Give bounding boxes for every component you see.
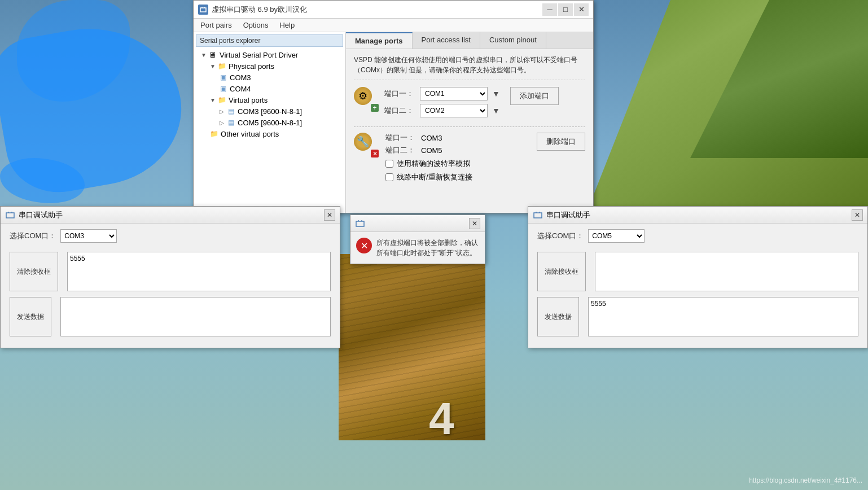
minimize-button[interactable]: ─ xyxy=(542,3,557,16)
right-monitor-title-left: 串口调试助手 xyxy=(533,210,590,220)
left-monitor-body: 选择COM口： COM3 COM5 清除接收框 5555 发送数据 xyxy=(1,224,340,348)
add-port1-row: 端口一： COM1 COM2 COM3 ▼ xyxy=(384,87,500,100)
confirm-titlebar: ✕ xyxy=(350,215,485,232)
add-port-form: 端口一： COM1 COM2 COM3 ▼ 端口二： COM2 xyxy=(384,87,500,121)
left-send-area[interactable] xyxy=(60,297,331,336)
delete-port2-value: COM5 xyxy=(421,146,442,155)
manage-info-text: VSPD 能够创建任何你想使用的端口号的虚拟串口，所以你可以不受端口号（COMx… xyxy=(354,55,585,80)
tree-com3-physical[interactable]: ▣ COM3 xyxy=(196,72,343,83)
vspd-window: 虚拟串口驱动 6.9 by欧川汉化 ─ □ ✕ Port pairs Optio… xyxy=(193,0,594,213)
right-clear-btn[interactable]: 清除接收框 xyxy=(537,252,586,291)
virtual-ports-label: Virtual ports xyxy=(229,96,268,104)
checkbox-baud-label: 使用精确的波特率模拟 xyxy=(397,159,470,169)
right-send-controls: 发送数据 5555 xyxy=(537,297,858,336)
left-monitor-titlebar: 串口调试助手 ✕ xyxy=(1,207,340,224)
right-monitor-title: 串口调试助手 xyxy=(546,210,590,220)
explorer-title: Serial ports explorer xyxy=(196,34,343,47)
folder-icon-other: 📁 xyxy=(209,129,218,138)
delete-port-info: 端口一： COM3 端口二： COM5 使用精确的波特率模拟 xyxy=(385,133,530,182)
right-send-btn[interactable]: 发送数据 xyxy=(537,297,579,336)
right-com-select-row: 选择COM口： COM5 COM3 xyxy=(537,229,858,243)
tab-port-access-list[interactable]: Port access list xyxy=(413,32,480,49)
tree-virtual-ports[interactable]: ▼ 📁 Virtual ports xyxy=(196,94,343,106)
confirm-app-icon xyxy=(355,218,365,229)
checkbox-reconnect[interactable] xyxy=(385,173,393,181)
tree-other-virtual[interactable]: 📁 Other virtual ports xyxy=(196,128,343,139)
tab-manage-ports[interactable]: Manage ports xyxy=(346,32,413,49)
expand-arrow-com5v: ▷ xyxy=(218,119,225,126)
add-port2-arrow: ▼ xyxy=(492,106,500,115)
vspd-app-icon xyxy=(198,5,208,15)
menu-help[interactable]: Help xyxy=(275,20,299,30)
vspd-title: 虚拟串口驱动 6.9 by欧川汉化 xyxy=(212,5,307,15)
folder-icon-virtual: 📁 xyxy=(217,95,226,104)
svg-rect-0 xyxy=(200,8,206,12)
delete-port2-row: 端口二： COM5 xyxy=(385,145,530,155)
checkbox-reconnect-row: 线路中断/重新恢复连接 xyxy=(385,172,530,182)
add-port-button[interactable]: 添加端口 xyxy=(510,87,559,105)
section-divider xyxy=(354,126,585,127)
right-monitor-close-btn[interactable]: ✕ xyxy=(852,209,863,221)
delete-port-section: 🔧 ✕ 端口一： COM3 端口二： COM5 xyxy=(354,133,585,182)
right-receive-area[interactable] xyxy=(595,252,858,291)
right-send-area[interactable]: 5555 xyxy=(588,297,858,336)
tree-physical-ports[interactable]: ▼ 📁 Physical ports xyxy=(196,60,343,72)
left-com-select[interactable]: COM3 COM5 xyxy=(60,229,117,243)
add-port1-select[interactable]: COM1 COM2 COM3 xyxy=(420,87,488,100)
serial-monitor-right: 串口调试助手 ✕ 选择COM口： COM5 COM3 清除接收框 发送数据 55… xyxy=(528,206,868,348)
left-monitor-title: 串口调试助手 xyxy=(19,210,63,220)
delete-port1-value: COM3 xyxy=(421,134,442,142)
left-receive-area[interactable]: 5555 xyxy=(67,252,331,291)
add-port2-select[interactable]: COM2 COM1 COM3 xyxy=(420,104,488,117)
vspd-menubar: Port pairs Options Help xyxy=(194,19,593,32)
manage-panel: Manage ports Port access list Custom pin… xyxy=(346,32,593,213)
svg-rect-6 xyxy=(6,213,14,218)
confirm-close-btn[interactable]: ✕ xyxy=(469,218,480,229)
maximize-button[interactable]: □ xyxy=(558,3,573,16)
woodgrain-background xyxy=(339,254,485,440)
serial-explorer-panel: Serial ports explorer ▼ 🖥 Virtual Serial… xyxy=(194,32,346,213)
left-monitor-title-left: 串口调试助手 xyxy=(5,210,63,220)
menu-port-pairs[interactable]: Port pairs xyxy=(196,20,236,30)
left-monitor-close-btn[interactable]: ✕ xyxy=(324,209,335,221)
delete-port-button[interactable]: 删除端口 xyxy=(537,133,585,151)
left-send-btn[interactable]: 发送数据 xyxy=(10,297,51,336)
add-port2-label: 端口二： xyxy=(384,106,415,116)
confirm-warning-icon: ✕ xyxy=(356,238,372,253)
add-port-section: ⚙ + 端口一： COM1 COM2 COM3 ▼ xyxy=(354,87,585,121)
menu-options[interactable]: Options xyxy=(239,20,273,30)
delete-port1-label: 端口一： xyxy=(385,133,417,143)
svg-rect-3 xyxy=(356,221,364,226)
com4-physical-label: COM4 xyxy=(230,85,251,93)
port-icon-com5v: ▤ xyxy=(226,118,235,127)
tree-com4-physical[interactable]: ▣ COM4 xyxy=(196,83,343,94)
add-port2-row: 端口二： COM2 COM1 COM3 ▼ xyxy=(384,104,500,117)
delete-wrench-icon: 🔧 xyxy=(354,133,372,151)
com3-virtual-label: COM3 [9600-N-8-1] xyxy=(238,107,302,116)
confirm-title-left xyxy=(355,218,365,229)
left-send-controls: 发送数据 xyxy=(10,297,331,336)
vspd-body: Serial ports explorer ▼ 🖥 Virtual Serial… xyxy=(194,32,593,213)
watermark-text: https://blog.csdn.net/weixin_4#1176... xyxy=(749,476,862,484)
tree-com3-virtual[interactable]: ▷ ▤ COM3 [9600-N-8-1] xyxy=(196,106,343,117)
right-com-select[interactable]: COM5 COM3 xyxy=(588,229,645,243)
tab-custom-pinout[interactable]: Custom pinout xyxy=(480,32,546,49)
left-monitor-icon xyxy=(5,210,15,220)
tree-com5-virtual[interactable]: ▷ ▤ COM5 [9600-N-8-1] xyxy=(196,117,343,128)
checkbox-baud[interactable] xyxy=(385,160,393,168)
other-virtual-label: Other virtual ports xyxy=(221,130,279,138)
add-port-icon-wrapper: ⚙ + xyxy=(354,87,379,112)
close-button[interactable]: ✕ xyxy=(574,3,589,16)
confirm-popup: ✕ ✕ 所有虚拟端口将被全部删除，确认所有端口此时都处于"断开"状态。 xyxy=(350,215,485,264)
tab-bar: Manage ports Port access list Custom pin… xyxy=(346,32,593,49)
right-monitor-body: 选择COM口： COM5 COM3 清除接收框 发送数据 5555 xyxy=(528,224,867,348)
left-clear-btn[interactable]: 清除接收框 xyxy=(10,252,58,291)
titlebar-buttons: ─ □ ✕ xyxy=(542,3,589,16)
svg-rect-9 xyxy=(534,213,542,218)
expand-arrow-root: ▼ xyxy=(200,51,207,58)
expand-arrow-virtual: ▼ xyxy=(209,97,216,103)
tree-root[interactable]: ▼ 🖥 Virtual Serial Port Driver xyxy=(196,49,343,60)
confirm-text: 所有虚拟端口将被全部删除，确认所有端口此时都处于"断开"状态。 xyxy=(376,238,479,258)
confirm-body: ✕ 所有虚拟端口将被全部删除，确认所有端口此时都处于"断开"状态。 xyxy=(350,232,485,264)
delete-port-icon-wrapper: 🔧 ✕ xyxy=(354,133,379,158)
